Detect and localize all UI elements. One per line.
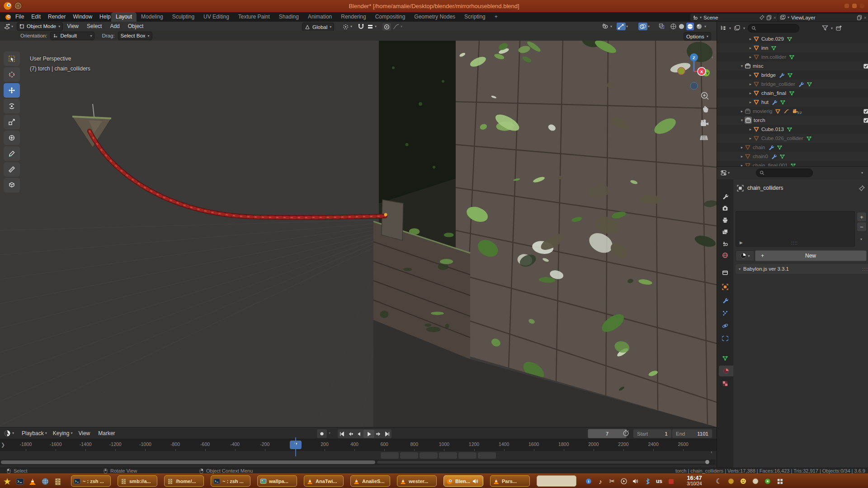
expand-arrow[interactable]: ▸ (739, 145, 745, 150)
timeline-scrollbar[interactable] (0, 460, 716, 465)
prev-frame-button[interactable] (355, 430, 363, 438)
workspace-tab-modeling[interactable]: Modeling (137, 12, 168, 22)
pivot-point-dropdown[interactable] (342, 23, 349, 30)
tool-transform[interactable] (4, 131, 20, 145)
workspace-tab-rendering[interactable]: Rendering (336, 12, 370, 22)
overlays-toggle[interactable] (638, 23, 647, 30)
options-dropdown[interactable]: Options ▾ (684, 32, 711, 41)
jump-end-button[interactable] (383, 430, 392, 438)
tray-info-icon[interactable]: i (583, 476, 594, 487)
viewport-3d[interactable]: ▾ Object Mode ▾ ViewSelectAddObject Glob… (0, 22, 717, 427)
workspace-tab-sculpting[interactable]: Sculpting (168, 12, 199, 22)
object-name[interactable]: inn.collider (761, 54, 786, 60)
tool-select-box[interactable] (4, 52, 20, 66)
resize-grip[interactable]: :::: (791, 240, 798, 245)
tray-clock[interactable]: 16:473/10/24 (678, 474, 711, 487)
tool-annotate[interactable] (4, 146, 20, 161)
orientation-default-dropdown[interactable]: Default ▾ (50, 32, 94, 40)
taskbar-task-home[interactable]: /home/... (164, 475, 204, 487)
expand-arrow[interactable]: ▸ (739, 109, 745, 113)
new-material-button[interactable]: + New (755, 250, 867, 261)
object-name[interactable]: chain0 (753, 154, 768, 159)
outliner-row-chain0[interactable]: ▸chain0 (717, 152, 868, 161)
workspace-tab-scripting[interactable]: Scripting (460, 12, 490, 22)
tray-green-circle-icon[interactable] (762, 476, 773, 487)
timeline-menu-view[interactable]: View (74, 430, 94, 436)
material-slot-list[interactable]: ▶ :::: (736, 211, 855, 247)
sidebar-collapse-chevron[interactable]: ‹ (712, 54, 713, 60)
gizmos-toggle[interactable] (617, 23, 626, 30)
expand-arrow[interactable]: ▸ (748, 73, 753, 77)
menu-render[interactable]: Render (44, 12, 69, 22)
properties-tab-particles[interactable] (719, 308, 731, 319)
browse-material-dropdown[interactable]: ▾ (736, 250, 755, 261)
keyframe-block[interactable] (439, 452, 457, 459)
outliner-row-movierig[interactable]: ▸movierig32 (717, 107, 868, 116)
taskbar-task-smba[interactable]: smb://a... (118, 475, 157, 487)
mode-dropdown[interactable]: Object Mode ▾ (17, 22, 63, 31)
workspace-tab-animation[interactable]: Animation (303, 12, 336, 22)
taskbar-task-blen[interactable]: Blen... (443, 475, 483, 487)
shading-rendered[interactable] (696, 23, 703, 30)
workspace-tab-layout[interactable]: Layout (111, 12, 137, 22)
tool-rotate[interactable] (4, 99, 20, 113)
new-collection-icon[interactable] (835, 25, 842, 31)
properties-tab-view-layer[interactable] (719, 226, 731, 237)
keyframe-block[interactable] (420, 452, 438, 459)
slot-expand-arrow[interactable]: ▶ (740, 240, 743, 245)
properties-tab-object-data[interactable] (719, 353, 731, 364)
pin-icon[interactable] (859, 185, 865, 191)
window-controls[interactable] (844, 4, 864, 8)
taskbar-task-blank[interactable] (537, 475, 576, 487)
object-name[interactable]: chain_final (761, 90, 786, 96)
remove-slot-button[interactable]: − (857, 222, 867, 232)
play-button[interactable] (363, 430, 374, 438)
properties-tab-render[interactable] (719, 203, 731, 214)
outliner-row-Cube.026_collider[interactable]: ▸Cube.026_collider (717, 134, 868, 143)
expand-arrow[interactable]: ▸ (748, 46, 753, 50)
properties-tab-modifiers[interactable] (719, 295, 731, 306)
tray-music-note-icon[interactable]: ♪ (595, 476, 606, 487)
outliner-row-bridge_collider[interactable]: ▸bridge_collider (717, 80, 868, 89)
record-button[interactable] (316, 429, 327, 438)
close-icon[interactable]: × (774, 15, 776, 20)
shading-solid[interactable] (678, 23, 685, 30)
expand-arrow[interactable]: ▾ (739, 118, 745, 122)
frame-start-field[interactable]: Start1 (633, 429, 672, 438)
tool-scale[interactable] (4, 115, 20, 129)
menu-edit[interactable]: Edit (28, 12, 44, 22)
tray-scissors-icon[interactable]: ✂ (607, 476, 618, 487)
frame-end-field[interactable]: End1101 (672, 429, 712, 438)
exclude-checkbox[interactable] (863, 117, 868, 123)
outliner-row-inn.collider[interactable]: ▸inn.collider (717, 52, 868, 61)
keyframe-block[interactable] (381, 452, 399, 459)
properties-editor-icon[interactable] (721, 169, 728, 176)
object-name[interactable]: Cube.029 (761, 36, 784, 42)
launcher-star-menu[interactable] (2, 476, 13, 487)
timeline-menu-playback[interactable]: Playback (18, 430, 48, 436)
object-name[interactable]: movierig (753, 108, 772, 114)
keyframe-block[interactable] (458, 452, 476, 459)
pin-icon[interactable] (760, 15, 764, 20)
current-frame-field[interactable]: 7 (588, 429, 627, 438)
snap-magnet-icon[interactable] (358, 23, 364, 30)
workspace-tab--[interactable]: + (490, 12, 502, 22)
outliner-search-input[interactable] (759, 25, 792, 31)
viewport-menu-select[interactable]: Select (83, 23, 106, 29)
taskbar-task-anatwi[interactable]: AnaTwi... (304, 475, 344, 487)
tray-gold-circle-icon[interactable] (726, 476, 736, 487)
outliner-row-hut[interactable]: ▸hut (717, 98, 868, 107)
outliner-row-chain_final[interactable]: ▸chain_final (717, 89, 868, 98)
exclude-checkbox[interactable] (863, 108, 868, 114)
slot-specials-dropdown[interactable]: ▾ (857, 235, 866, 244)
tool-measure[interactable] (4, 162, 20, 177)
taskbar-task-wallpa[interactable]: wallpa... (257, 475, 297, 487)
tray-keyboard-us-icon[interactable]: us (654, 476, 665, 487)
scrollbar-handle[interactable] (1, 460, 375, 464)
tray-smiley-icon[interactable] (738, 476, 749, 487)
object-name[interactable]: hut (761, 99, 769, 105)
properties-tab-collection[interactable] (719, 267, 731, 278)
prev-keyframe-button[interactable] (346, 430, 355, 438)
expand-arrow[interactable]: ▸ (748, 91, 753, 95)
blender-menu-icon[interactable] (5, 14, 12, 21)
